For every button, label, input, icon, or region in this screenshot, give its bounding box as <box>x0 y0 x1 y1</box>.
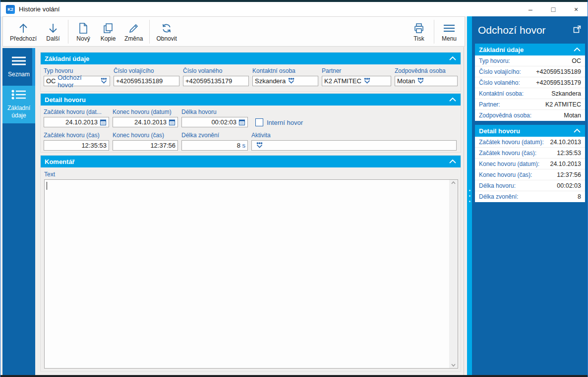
delka-zvoneni-input[interactable]: 8 s <box>181 140 248 151</box>
refresh-label: Obnovit <box>156 35 176 42</box>
left-sidebar: Seznam Základní údaje <box>2 48 35 375</box>
preview-row-value: 24.10.2013 <box>550 139 581 146</box>
preview-row-value: K2 ATMITEC <box>545 101 581 108</box>
cislo-volajiciho-input[interactable]: +420595135189 <box>114 76 179 86</box>
field-label: Zodpovědná osoba <box>395 67 458 74</box>
field-zodpovedna-osoba: Zodpovědná osoba Motan <box>395 67 458 86</box>
zodpovedna-osoba-combo[interactable]: Motan <box>395 76 458 86</box>
chevron-up-icon[interactable] <box>573 127 581 135</box>
field-label: Konec hovoru (datum) <box>113 108 178 115</box>
chevron-up-icon[interactable] <box>449 96 457 104</box>
zacatek-cas-input[interactable]: 12:35:53 <box>44 140 109 151</box>
splitter-handle-dot <box>469 190 470 191</box>
print-button[interactable]: Tisk <box>407 18 431 45</box>
section-header[interactable]: Komentář <box>41 156 461 167</box>
preview-row: Typ hovoru: OC <box>475 55 585 66</box>
preview-row-label: Délka hovoru: <box>479 182 516 189</box>
konec-cas-input[interactable]: 12:37:56 <box>113 140 178 151</box>
delka-zvoneni-unit: s <box>242 142 246 149</box>
copy-button[interactable]: Kopie <box>96 18 120 45</box>
section-title: Základní údaje <box>45 55 89 62</box>
calendar-icon[interactable] <box>238 119 245 126</box>
preview-card-header[interactable]: Základní údaje <box>475 44 585 55</box>
detail-list-icon <box>11 90 26 102</box>
preview-row-value: 24.10.2013 <box>550 161 581 167</box>
partner-combo[interactable]: K2 ATMITEC <box>322 76 391 86</box>
combo-dropdown-icon[interactable] <box>100 78 108 84</box>
zacatek-datum-value: 24.10.2013 <box>65 118 98 126</box>
toolbar-separator <box>149 20 150 44</box>
splitter-handle-dot <box>469 195 470 197</box>
next-button[interactable]: Další <box>41 18 65 45</box>
section-header[interactable]: Detail hovoru <box>41 94 461 106</box>
zacatek-datum-input[interactable]: 24.10.2013 <box>44 117 109 127</box>
preview-row-value: 12:35:53 <box>557 150 581 157</box>
preview-row: Partner: K2 ATMITEC <box>475 99 585 110</box>
sidebar-item-label: Seznam <box>8 71 30 78</box>
aktivita-combo[interactable] <box>251 140 457 151</box>
calendar-icon[interactable] <box>169 119 176 126</box>
chevron-up-icon[interactable] <box>449 55 457 62</box>
konec-datum-input[interactable]: 24.10.2013 <box>113 117 178 127</box>
scroll-down-icon[interactable] <box>451 364 456 367</box>
field-cislo-volajiciho: Číslo volajícího +420595135189 <box>114 67 179 86</box>
toolbar: Předchozí Další Nový Kopie <box>2 16 465 47</box>
section-header[interactable]: Základní údaje <box>41 53 461 64</box>
combo-dropdown-icon[interactable] <box>417 78 424 84</box>
new-button[interactable]: Nový <box>71 18 96 45</box>
textarea-scrollbar[interactable] <box>449 180 458 368</box>
combo-dropdown-icon[interactable] <box>288 78 295 84</box>
field-zacatek-datum: Začátek hovoru (dat... 24.10.2013 <box>44 108 109 127</box>
close-button[interactable]: × <box>565 2 588 16</box>
interni-hovor-checkbox[interactable] <box>255 118 263 126</box>
section-detail-hovoru: Detail hovoru Začátek hovoru (dat... 24.… <box>40 93 461 153</box>
combo-dropdown-icon[interactable] <box>256 142 263 149</box>
chevron-up-icon[interactable] <box>573 46 581 54</box>
kontaktni-osoba-combo[interactable]: Szkandera <box>252 76 318 86</box>
window-controls: – □ × <box>519 2 588 16</box>
typ-hovoru-combo[interactable]: OC Odchozí hovor <box>44 76 110 86</box>
interni-hovor-label: Interní hovor <box>267 119 303 126</box>
next-label: Další <box>46 35 59 42</box>
typ-hovoru-value: Odchozí hovor <box>58 74 98 89</box>
preview-row-label: Číslo volajícího: <box>479 68 521 75</box>
combo-dropdown-icon[interactable] <box>363 78 371 84</box>
printer-icon <box>413 22 425 34</box>
preview-row-value: Motan <box>564 112 581 119</box>
field-label: Začátek hovoru (čas) <box>44 132 109 139</box>
field-label: Kontaktní osoba <box>252 67 318 74</box>
maximize-button[interactable]: □ <box>542 2 565 16</box>
copy-label: Kopie <box>101 35 116 42</box>
preview-row-label: Délka zvonění: <box>479 193 518 200</box>
preview-row-label: Konec hovoru (datum): <box>479 161 539 167</box>
sidebar-item-seznam[interactable]: Seznam <box>2 48 35 86</box>
text-caret <box>47 182 47 190</box>
preview-card-header[interactable]: Detail hovoru <box>475 125 585 137</box>
previous-button[interactable]: Předchozí <box>6 18 41 45</box>
splitter-handle-dot <box>469 201 470 202</box>
edit-button[interactable]: Změna <box>120 18 147 45</box>
cislo-volaneho-input[interactable]: +420595135179 <box>183 76 249 86</box>
sidebar-item-zakladni-udaje[interactable]: Základní údaje <box>2 86 35 123</box>
konec-cas-value: 12:37:56 <box>150 142 176 149</box>
chevron-up-icon[interactable] <box>449 158 457 165</box>
cislo-volaneho-value: +420595135179 <box>185 77 232 85</box>
window-title: Historie volání <box>19 5 59 13</box>
field-konec-cas: Konec hovoru (čas) 12:37:56 <box>113 132 178 151</box>
calendar-icon[interactable] <box>100 119 107 126</box>
panel-splitter[interactable] <box>467 16 472 375</box>
komentar-textarea[interactable] <box>44 179 458 369</box>
typ-hovoru-code: OC <box>46 77 56 85</box>
new-label: Nový <box>76 35 90 42</box>
preview-row-label: Kontaktní osoba: <box>479 90 524 97</box>
delka-hovoru-input[interactable]: 00:02:03 <box>181 117 248 127</box>
scroll-up-icon[interactable] <box>451 181 456 184</box>
field-label: Délka zvonění <box>181 132 248 139</box>
open-external-icon[interactable] <box>573 25 582 36</box>
refresh-button[interactable]: Obnovit <box>152 18 180 45</box>
menu-button[interactable]: Menu <box>437 18 462 45</box>
edit-label: Změna <box>124 35 143 42</box>
arrow-up-icon <box>17 22 29 34</box>
preview-row: Číslo volaného: +420595135179 <box>475 77 585 88</box>
minimize-button[interactable]: – <box>519 2 542 16</box>
